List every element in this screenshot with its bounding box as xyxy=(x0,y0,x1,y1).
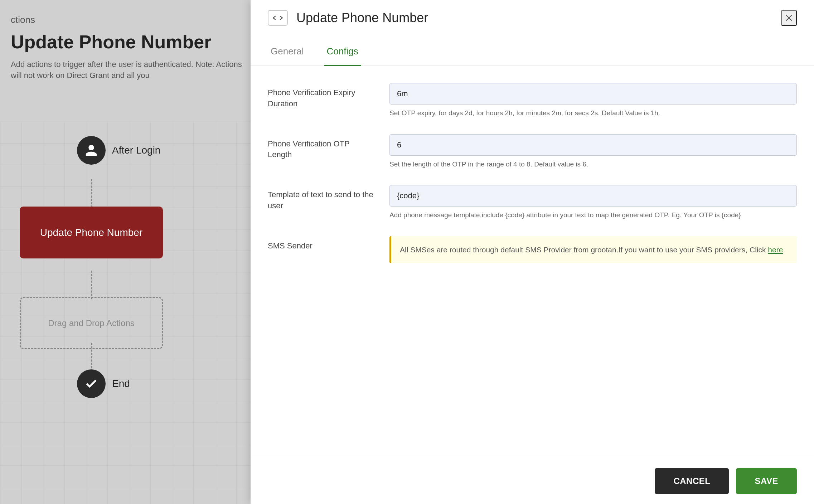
after-login-label: After Login xyxy=(112,145,160,156)
tab-configs[interactable]: Configs xyxy=(324,37,361,66)
panel-title: Update Phone Number xyxy=(296,10,428,25)
close-button[interactable] xyxy=(781,10,797,26)
phone-expiry-label-col: Phone Verification Expiry Duration xyxy=(268,83,375,110)
code-brackets-icon xyxy=(273,14,283,21)
left-background-panel: ctions Update Phone Number Add actions t… xyxy=(0,0,251,504)
drag-drop-label: Drag and Drop Actions xyxy=(48,318,134,328)
tabs-row: General Configs xyxy=(251,36,814,66)
sms-sender-field-col: All SMSes are routed through default SMS… xyxy=(389,236,797,263)
connector-1 xyxy=(91,179,92,208)
otp-length-hint: Set the length of the OTP in the range o… xyxy=(389,159,797,170)
sms-sender-label: SMS Sender xyxy=(268,241,312,250)
otp-length-label-col: Phone Verification OTP Length xyxy=(268,134,375,161)
save-button[interactable]: SAVE xyxy=(736,468,797,494)
phone-expiry-input[interactable] xyxy=(389,83,797,105)
panel-header: Update Phone Number xyxy=(251,0,814,36)
breadcrumb: ctions xyxy=(11,14,251,25)
template-field-col: Add phone message template,include {code… xyxy=(389,185,797,220)
otp-length-label: Phone Verification OTP Length xyxy=(268,139,349,159)
template-row: Template of text to send to the user Add… xyxy=(268,185,797,220)
page-description: Add actions to trigger after the user is… xyxy=(11,59,247,81)
end-node: End xyxy=(77,369,130,398)
header-left: Update Phone Number xyxy=(268,10,428,26)
template-hint: Add phone message template,include {code… xyxy=(389,210,797,220)
connector-3 xyxy=(91,343,92,372)
otp-length-row: Phone Verification OTP Length Set the le… xyxy=(268,134,797,170)
config-panel: Update Phone Number General Configs Phon… xyxy=(251,0,814,504)
otp-length-field-col: Set the length of the OTP in the range o… xyxy=(389,134,797,170)
code-view-button[interactable] xyxy=(268,10,288,26)
update-phone-node-label: Update Phone Number xyxy=(40,227,142,238)
after-login-node: After Login xyxy=(77,136,160,165)
cancel-button[interactable]: CANCEL xyxy=(655,468,729,494)
checkmark-icon xyxy=(84,377,98,391)
phone-expiry-label: Phone Verification Expiry Duration xyxy=(268,88,355,108)
phone-expiry-row: Phone Verification Expiry Duration Set O… xyxy=(268,83,797,118)
panel-body: Phone Verification Expiry Duration Set O… xyxy=(251,66,814,458)
sms-sender-label-col: SMS Sender xyxy=(268,236,375,252)
panel-footer: CANCEL SAVE xyxy=(251,458,814,504)
connector-2 xyxy=(91,271,92,299)
tab-general[interactable]: General xyxy=(268,37,307,66)
phone-expiry-hint: Set OTP expiry, for days 2d, for hours 2… xyxy=(389,108,797,118)
sms-here-link[interactable]: here xyxy=(768,246,783,254)
drag-drop-node: Drag and Drop Actions xyxy=(20,297,163,349)
template-label-col: Template of text to send to the user xyxy=(268,185,375,212)
sms-sender-row: SMS Sender All SMSes are routed through … xyxy=(268,236,797,263)
update-phone-node: Update Phone Number xyxy=(20,207,163,258)
close-icon xyxy=(784,13,794,23)
page-title: Update Phone Number xyxy=(11,31,251,53)
phone-expiry-field-col: Set OTP expiry, for days 2d, for hours 2… xyxy=(389,83,797,118)
template-input[interactable] xyxy=(389,185,797,207)
end-label: End xyxy=(112,378,130,389)
template-label: Template of text to send to the user xyxy=(268,190,373,210)
end-icon xyxy=(77,369,106,398)
after-login-icon xyxy=(77,136,106,165)
sms-info-box: All SMSes are routed through default SMS… xyxy=(389,236,797,263)
person-icon xyxy=(84,144,98,157)
otp-length-input[interactable] xyxy=(389,134,797,156)
sms-info-text: All SMSes are routed through default SMS… xyxy=(400,246,768,254)
